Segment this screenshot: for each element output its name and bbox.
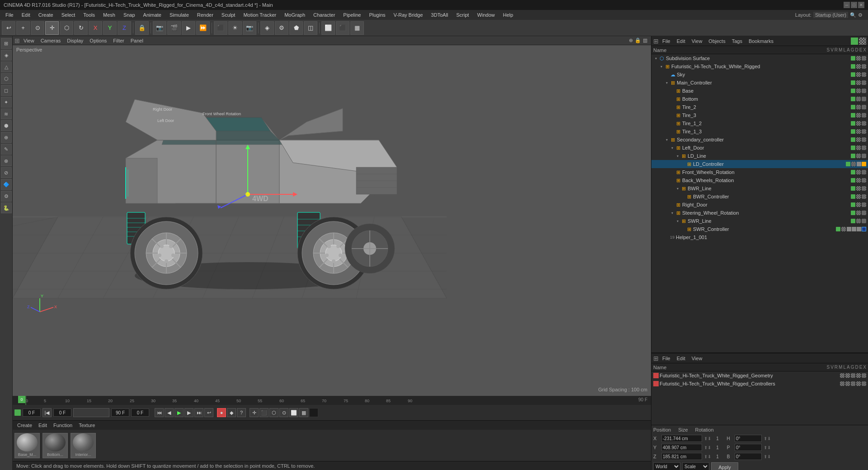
y-axis-button[interactable]: Y xyxy=(103,21,117,35)
obj-dot-mc-2[interactable] xyxy=(856,80,861,85)
close-button[interactable]: ✕ xyxy=(858,2,864,8)
object-tool-4[interactable]: ◫ xyxy=(304,21,317,35)
coord-b-arrows[interactable]: ⬆⬇ xyxy=(764,454,771,459)
obj-dot-tire3-2[interactable] xyxy=(856,113,861,118)
obj-tab-edit[interactable]: Edit xyxy=(674,38,688,44)
coord-b-input[interactable] xyxy=(735,453,762,460)
obj-collapse-bwrline[interactable]: ▾ xyxy=(675,186,680,191)
coord-z-arrows[interactable]: ⬆⬇ xyxy=(704,454,711,459)
sidebar-mode-2[interactable]: △ xyxy=(1,61,12,72)
obj-row-bwr-line[interactable]: ▾ ⊞ BWR_Line xyxy=(651,184,868,193)
sidebar-mode-6[interactable]: ≋ xyxy=(1,108,12,119)
sidebar-mode-10[interactable]: ⊘ xyxy=(1,167,12,178)
step-back-button[interactable]: ◀ xyxy=(165,408,174,417)
end-frame-input[interactable] xyxy=(111,409,129,417)
scale-tool-button[interactable]: ⬡ xyxy=(60,21,73,35)
motion-button-1[interactable]: ✛ xyxy=(250,408,259,417)
mat-menu-function[interactable]: Function xyxy=(51,422,75,428)
obj-dot-tire13-2[interactable] xyxy=(856,129,861,134)
attr-tab-view[interactable]: View xyxy=(689,355,705,362)
menu-file[interactable]: File xyxy=(2,11,17,19)
obj-dot-base[interactable] xyxy=(851,89,855,93)
attr-checker-10[interactable] xyxy=(862,381,866,386)
obj-dot-tire13[interactable] xyxy=(851,129,855,134)
record-button[interactable]: ● xyxy=(217,408,226,417)
menu-simulate[interactable]: Simulate xyxy=(166,11,193,19)
obj-tag-btn[interactable] xyxy=(859,38,866,45)
viewport-3d[interactable]: 4WD Left Door Right Door Front Wheel Rot… xyxy=(13,45,651,396)
motion-button-3[interactable]: ⬡ xyxy=(269,408,278,417)
attr-checker-9[interactable] xyxy=(856,381,861,386)
obj-dot-bottom-2[interactable] xyxy=(856,97,861,101)
obj-collapse-secondary[interactable]: ▾ xyxy=(664,137,670,142)
obj-collapse-swrline[interactable]: ▾ xyxy=(675,218,680,224)
menu-animate[interactable]: Animate xyxy=(140,11,165,19)
render-button[interactable]: ▶ xyxy=(182,21,195,35)
obj-dot-bwr-2[interactable] xyxy=(856,178,861,183)
obj-dot-tire2-2[interactable] xyxy=(856,105,861,109)
coord-world-dropdown[interactable]: World Object xyxy=(653,462,680,470)
obj-dot-leftdoor-2[interactable] xyxy=(856,146,861,150)
obj-row-main-controller[interactable]: ▾ ⊞ Main_Controller xyxy=(651,79,868,87)
obj-dot-tire12-3[interactable] xyxy=(862,121,866,126)
vp-menu-options[interactable]: Options xyxy=(87,38,109,44)
obj-dot-tire12-2[interactable] xyxy=(856,121,861,126)
rotate-tool-button[interactable]: ↻ xyxy=(74,21,88,35)
obj-dot-rightdoor[interactable] xyxy=(851,202,855,207)
menu-select[interactable]: Select xyxy=(58,11,79,19)
fps-input[interactable] xyxy=(131,409,149,417)
coord-h-arrows[interactable]: ⬆⬇ xyxy=(764,436,771,441)
object-tool-2[interactable]: ⚙ xyxy=(275,21,288,35)
auto-key-button[interactable]: ◆ xyxy=(227,408,236,417)
attr-tab-edit[interactable]: Edit xyxy=(674,355,688,362)
motion-button-5[interactable]: ⬜ xyxy=(289,408,298,417)
menu-window[interactable]: Window xyxy=(473,11,498,19)
vp-panel-icon[interactable]: ▥ xyxy=(643,38,647,43)
vp-menu-cameras[interactable]: Cameras xyxy=(38,38,64,44)
menu-render[interactable]: Render xyxy=(193,11,217,19)
sidebar-mode-7[interactable]: ⬢ xyxy=(1,120,12,131)
obj-dot-sky-2[interactable] xyxy=(856,72,861,77)
obj-constraint-2[interactable] xyxy=(862,162,866,166)
obj-dot-rightdoor-3[interactable] xyxy=(862,202,866,207)
obj-dot-bwrline[interactable] xyxy=(851,186,855,191)
obj-dot-base-2[interactable] xyxy=(856,89,861,93)
obj-row-left-door[interactable]: ▾ ⊞ Left_Door xyxy=(651,144,868,152)
obj-dot-mc-1[interactable] xyxy=(851,80,855,85)
obj-dot-tire13-3[interactable] xyxy=(862,129,866,134)
attr-checker-8[interactable] xyxy=(851,381,855,386)
obj-dot-rightdoor-2[interactable] xyxy=(856,202,861,207)
obj-row-tire2[interactable]: ⊞ Tire_2 xyxy=(651,103,868,111)
obj-dot-ldline-2[interactable] xyxy=(856,154,861,158)
obj-tab-file[interactable]: File xyxy=(660,38,673,44)
sidebar-mode-1[interactable]: ◈ xyxy=(1,50,12,61)
obj-swrctrl-icon-4[interactable] xyxy=(862,227,866,231)
sidebar-mode-12[interactable]: ⚙ xyxy=(1,191,12,202)
obj-dot-tire12[interactable] xyxy=(851,121,855,126)
obj-dot-bwrctrl-2[interactable] xyxy=(856,194,861,199)
obj-collapse-leftdoor[interactable]: ▾ xyxy=(670,145,675,150)
coord-z-input[interactable] xyxy=(661,453,702,460)
menu-mograph[interactable]: MoGraph xyxy=(281,11,309,19)
obj-dot-truck-1[interactable] xyxy=(851,64,855,69)
obj-tab-view[interactable]: View xyxy=(689,38,705,44)
obj-row-truck[interactable]: ▾ ⊞ Futuristic_Hi-Tech_Truck_White_Rigge… xyxy=(651,62,868,70)
material-item-interior[interactable]: Interior... xyxy=(71,433,96,458)
obj-tab-bookmarks[interactable]: Bookmarks xyxy=(746,38,776,44)
obj-dot-ldctrl-2[interactable] xyxy=(851,162,856,166)
obj-row-helper[interactable]: 19 Helper_1_001 xyxy=(651,233,868,241)
obj-tab-tags[interactable]: Tags xyxy=(729,38,745,44)
attr-tab-file[interactable]: File xyxy=(660,355,673,362)
obj-dot-leftdoor-3[interactable] xyxy=(862,146,866,150)
attr-checker-2[interactable] xyxy=(845,373,850,378)
menu-motion-tracker[interactable]: Motion Tracker xyxy=(240,11,280,19)
attr-checker-1[interactable] xyxy=(840,373,844,378)
obj-dot-leftdoor[interactable] xyxy=(851,146,855,150)
obj-dot-secondary[interactable] xyxy=(851,137,855,142)
obj-row-swr-line[interactable]: ▾ ⊞ SWR_Line xyxy=(651,217,868,225)
attr-row-controllers[interactable]: Futuristic_Hi-Tech_Truck_White_Rigged_Co… xyxy=(651,380,868,388)
display-tool-2[interactable]: ⬛ xyxy=(336,21,349,35)
obj-dot-swrline-2[interactable] xyxy=(856,219,861,223)
layout-value[interactable]: Startup (User) xyxy=(813,12,848,18)
obj-swrctrl-icon-3[interactable] xyxy=(857,227,861,231)
